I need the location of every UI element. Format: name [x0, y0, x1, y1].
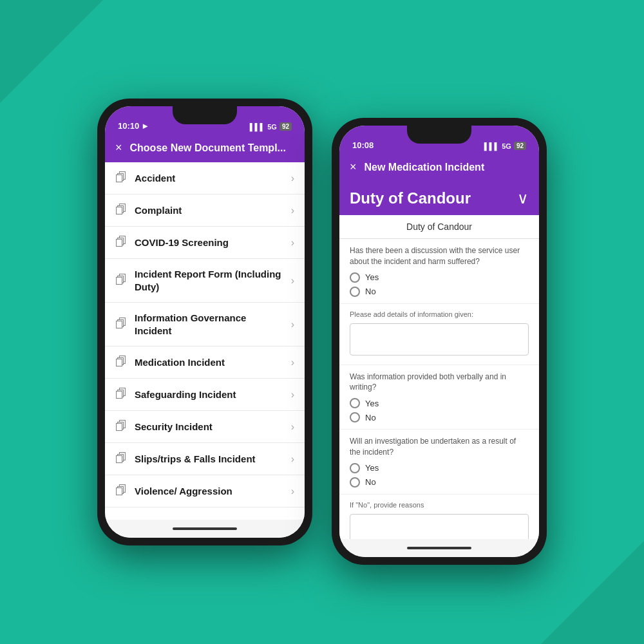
field-verbal-written: Was information provided both verbally a… — [339, 365, 539, 430]
list-label-info-governance: Information Governance Incident — [135, 312, 283, 337]
question-verbal-written: Was information provided both verbally a… — [350, 372, 529, 393]
list-item-medication[interactable]: 🗍 Medication Incident › — [105, 346, 305, 379]
list-item-safeguarding[interactable]: 🗍 Safeguarding Incident › — [105, 379, 305, 411]
close-button-1[interactable]: × — [115, 141, 122, 155]
radio-circle-verbal-no — [350, 412, 360, 422]
header-title-1: Choose New Document Templ... — [130, 142, 294, 154]
chevron-accident: › — [291, 173, 294, 184]
home-indicator-1 — [105, 520, 305, 538]
doc-icon-accident: 🗍 — [115, 171, 127, 185]
list-item-accident[interactable]: 🗍 Accident › — [105, 162, 305, 194]
radio-label-investigation-yes: Yes — [365, 463, 379, 473]
doc-icon-slips-trips: 🗍 — [115, 452, 127, 466]
app-header-1: × Choose New Document Templ... — [105, 135, 305, 162]
radio-label-discussion-yes: Yes — [365, 272, 379, 282]
doc-icon-incident-report: 🗍 — [115, 274, 127, 287]
section-chevron: ∨ — [517, 189, 529, 207]
time-1: 10:10 — [118, 121, 139, 131]
radio-discussion-yes[interactable]: Yes — [350, 272, 529, 283]
app-header-2: × New Medication Incident — [339, 154, 539, 182]
phone-1-screen: 10:10 ► ▌▌▌ 5G 92 × Choose New Document … — [105, 106, 305, 538]
status-icons-2: ▌▌▌ 5G 92 — [484, 142, 526, 150]
list-item-complaint[interactable]: 🗍 Complaint › — [105, 194, 305, 227]
phones-container: 10:10 ► ▌▌▌ 5G 92 × Choose New Document … — [97, 79, 547, 565]
close-button-2[interactable]: × — [350, 160, 357, 174]
input-info-details[interactable] — [350, 323, 529, 355]
list-item-incident-report[interactable]: 🗍 Incident Report Form (Including Duty) … — [105, 259, 305, 303]
bg-decoration-tl — [0, 0, 103, 103]
question-investigation: Will an investigation be undertaken as a… — [350, 436, 529, 458]
chevron-covid19: › — [291, 237, 294, 249]
radio-verbal-written: Yes No — [350, 398, 529, 422]
list-item-info-governance[interactable]: 🗍 Information Governance Incident › — [105, 303, 305, 346]
radio-investigation-no[interactable]: No — [350, 477, 529, 488]
home-indicator-2 — [339, 539, 539, 557]
chevron-incident-report: › — [291, 275, 294, 287]
list-label-slips-trips: Slips/trips & Falls Incident — [135, 453, 283, 466]
label-info-details: Please add details of information given: — [350, 310, 529, 318]
radio-circle-discussion-no — [350, 287, 360, 297]
doc-icon-medication: 🗍 — [115, 355, 127, 369]
phone-2: 10:08 ▌▌▌ 5G 92 × New Medication Inciden… — [332, 118, 547, 565]
duty-of-candour-form: Duty of Candour Has there been a discuss… — [339, 215, 539, 539]
bg-decoration-br — [541, 541, 644, 644]
list-label-incident-report: Incident Report Form (Including Duty) — [135, 268, 283, 293]
phone-2-screen: 10:08 ▌▌▌ 5G 92 × New Medication Inciden… — [339, 126, 539, 557]
radio-label-discussion-no: No — [365, 287, 376, 296]
list-item-security[interactable]: 🗍 Security Incident › — [105, 411, 305, 443]
list-label-safeguarding: Safeguarding Incident — [135, 388, 283, 401]
field-info-details: Please add details of information given: — [339, 304, 539, 365]
radio-circle-investigation-no — [350, 477, 360, 488]
field-investigation: Will an investigation be undertaken as a… — [339, 430, 539, 495]
form-sub-header: Duty of Candour — [339, 215, 539, 239]
home-bar-2 — [407, 547, 471, 549]
radio-investigation-yes[interactable]: Yes — [350, 463, 529, 473]
chevron-slips-trips: › — [291, 453, 294, 465]
doc-icon-complaint: 🗍 — [115, 204, 127, 217]
doc-icon-covid19: 🗍 — [115, 236, 127, 249]
list-item-slips-trips[interactable]: 🗍 Slips/trips & Falls Incident › — [105, 443, 305, 475]
doc-icon-safeguarding: 🗍 — [115, 388, 127, 401]
radio-verbal-no[interactable]: No — [350, 412, 529, 422]
network-type-2: 5G — [502, 142, 511, 150]
radio-discussion: Yes No — [350, 272, 529, 297]
battery-1: 92 — [279, 122, 292, 131]
doc-icon-info-governance: 🗍 — [115, 317, 127, 331]
chevron-info-governance: › — [291, 319, 294, 330]
chevron-complaint: › — [291, 205, 294, 216]
radio-investigation: Yes No — [350, 463, 529, 488]
document-list: 🗍 Accident › 🗍 Complaint › 🗍 COVID-19 Sc… — [105, 162, 305, 520]
field-no-reasons: If "No", provide reasons — [339, 495, 539, 539]
notch-1 — [173, 106, 237, 124]
radio-label-investigation-no: No — [365, 477, 376, 487]
network-type-1: 5G — [267, 123, 277, 131]
signal-bars-2: ▌▌▌ — [484, 142, 499, 150]
signal-bars-1: ▌▌▌ — [250, 123, 265, 131]
list-item-violence[interactable]: 🗍 Violence/ Aggression › — [105, 475, 305, 507]
status-time-2: 10:08 — [352, 140, 374, 150]
time-2: 10:08 — [352, 140, 374, 150]
list-item-covid19[interactable]: 🗍 COVID-19 Screening › — [105, 227, 305, 259]
chevron-violence: › — [291, 486, 294, 497]
radio-circle-verbal-yes — [350, 398, 360, 408]
list-label-accident: Accident — [135, 172, 283, 185]
field-discussion: Has there been a discussion with the ser… — [339, 239, 539, 304]
question-discussion: Has there been a discussion with the ser… — [350, 245, 529, 267]
radio-circle-discussion-yes — [350, 272, 360, 283]
duty-of-candour-section[interactable]: Duty of Candour ∨ — [339, 182, 539, 215]
radio-circle-investigation-yes — [350, 463, 360, 473]
input-no-reasons[interactable] — [350, 514, 529, 539]
list-label-covid19: COVID-19 Screening — [135, 236, 283, 249]
radio-label-verbal-yes: Yes — [365, 399, 379, 408]
chevron-safeguarding: › — [291, 389, 294, 401]
radio-label-verbal-no: No — [365, 413, 376, 422]
doc-icon-security: 🗍 — [115, 420, 127, 433]
radio-verbal-yes[interactable]: Yes — [350, 398, 529, 408]
notch-2 — [407, 126, 471, 144]
list-label-complaint: Complaint — [135, 204, 283, 217]
section-title: Duty of Candour — [350, 189, 471, 207]
list-label-violence: Violence/ Aggression — [135, 485, 283, 498]
status-time-1: 10:10 ► — [118, 121, 149, 131]
chevron-security: › — [291, 421, 294, 433]
radio-discussion-no[interactable]: No — [350, 287, 529, 297]
